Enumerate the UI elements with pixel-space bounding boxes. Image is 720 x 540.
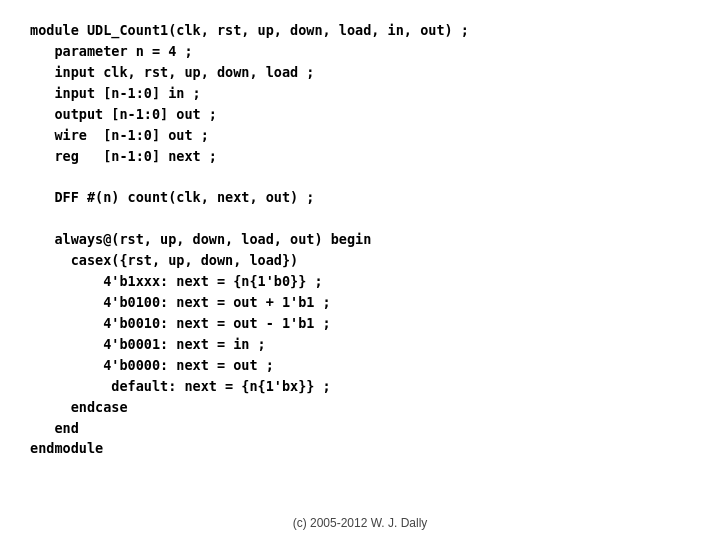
code-container: module UDL_Count1(clk, rst, up, down, lo…	[0, 0, 720, 510]
footer-text: (c) 2005-2012 W. J. Dally	[293, 516, 428, 530]
code-block: module UDL_Count1(clk, rst, up, down, lo…	[30, 20, 690, 459]
footer: (c) 2005-2012 W. J. Dally	[0, 510, 720, 540]
